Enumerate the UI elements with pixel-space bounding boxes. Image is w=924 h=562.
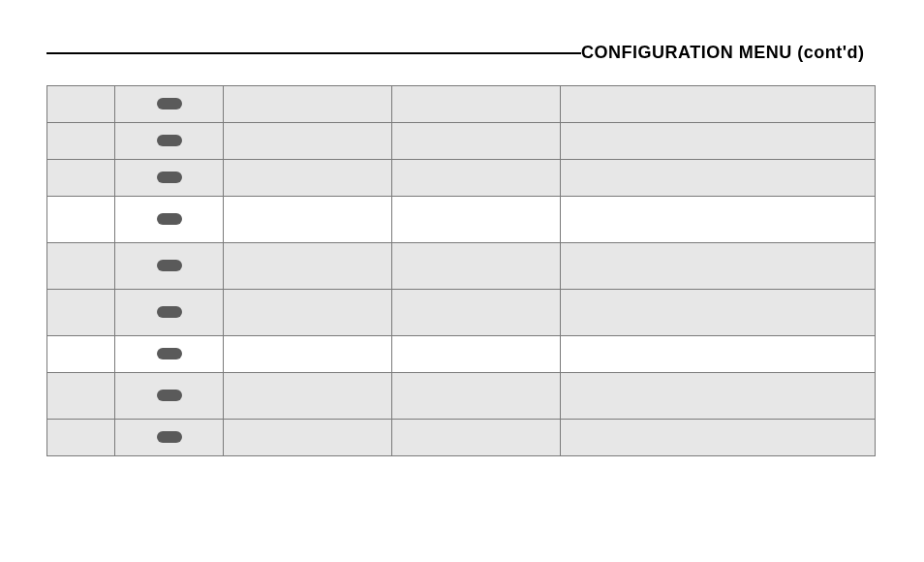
- header-title: CONFIGURATION MENU (cont'd): [581, 43, 864, 63]
- cell-col3: [224, 243, 392, 290]
- cell-col5: [561, 243, 876, 290]
- cell-col1: [47, 420, 115, 456]
- cell-icon: [115, 290, 224, 336]
- cell-col5: [561, 197, 876, 243]
- table-row: [47, 290, 876, 336]
- cell-col5: [561, 373, 876, 420]
- cell-col4: [392, 373, 561, 420]
- cell-icon: [115, 86, 224, 123]
- table-row: [47, 243, 876, 290]
- cell-icon: [115, 373, 224, 420]
- config-table: [46, 85, 876, 456]
- button-icon: [157, 213, 182, 225]
- button-icon: [157, 260, 182, 271]
- table-row: [47, 86, 876, 123]
- config-table-wrap: [46, 85, 876, 456]
- button-icon: [157, 98, 182, 109]
- cell-icon: [115, 160, 224, 197]
- button-icon: [157, 135, 182, 146]
- table-row: [47, 373, 876, 420]
- cell-col4: [392, 336, 561, 373]
- cell-col4: [392, 197, 561, 243]
- cell-icon: [115, 420, 224, 456]
- button-icon: [157, 348, 182, 359]
- button-icon: [157, 306, 182, 318]
- cell-col3: [224, 123, 392, 160]
- table-row: [47, 123, 876, 160]
- table-row: [47, 197, 876, 243]
- cell-col3: [224, 336, 392, 373]
- cell-col5: [561, 123, 876, 160]
- cell-icon: [115, 336, 224, 373]
- cell-col1: [47, 336, 115, 373]
- button-icon: [157, 172, 182, 183]
- cell-col3: [224, 373, 392, 420]
- cell-icon: [115, 123, 224, 160]
- cell-col4: [392, 420, 561, 456]
- header-rule: [46, 52, 581, 54]
- cell-col1: [47, 373, 115, 420]
- cell-col1: [47, 290, 115, 336]
- cell-col5: [561, 160, 876, 197]
- button-icon: [157, 431, 182, 443]
- cell-col1: [47, 86, 115, 123]
- table-row: [47, 420, 876, 456]
- cell-col4: [392, 86, 561, 123]
- table-row: [47, 336, 876, 373]
- button-icon: [157, 390, 182, 401]
- cell-col1: [47, 243, 115, 290]
- cell-icon: [115, 197, 224, 243]
- cell-col3: [224, 86, 392, 123]
- cell-col4: [392, 290, 561, 336]
- table-row: [47, 160, 876, 197]
- cell-col4: [392, 123, 561, 160]
- cell-col3: [224, 420, 392, 456]
- cell-col3: [224, 290, 392, 336]
- cell-col5: [561, 336, 876, 373]
- cell-col1: [47, 123, 115, 160]
- cell-col4: [392, 160, 561, 197]
- cell-col5: [561, 420, 876, 456]
- cell-col5: [561, 86, 876, 123]
- cell-col5: [561, 290, 876, 336]
- cell-col3: [224, 160, 392, 197]
- cell-col1: [47, 160, 115, 197]
- cell-icon: [115, 243, 224, 290]
- cell-col3: [224, 197, 392, 243]
- cell-col4: [392, 243, 561, 290]
- cell-col1: [47, 197, 115, 243]
